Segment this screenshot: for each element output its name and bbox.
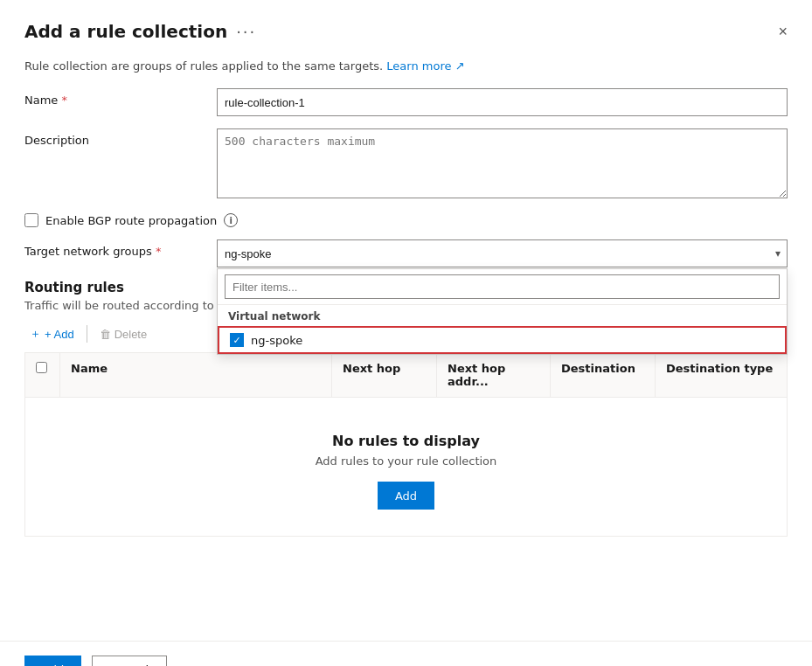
add-icon: ＋ xyxy=(30,326,41,342)
header-destination-type: Destination type xyxy=(656,353,787,397)
filter-input[interactable] xyxy=(225,274,780,299)
description-row: Description xyxy=(24,128,788,201)
bgp-checkbox[interactable] xyxy=(24,213,38,227)
footer-cancel-button[interactable]: Cancel xyxy=(92,656,167,666)
target-dropdown-container: ng-spoke ▾ Virtual network ng-spoke xyxy=(217,239,788,267)
target-label: Target network groups * xyxy=(24,239,217,258)
empty-state: No rules to display Add rules to your ru… xyxy=(25,398,787,536)
empty-title: No rules to display xyxy=(332,433,480,449)
table-body: No rules to display Add rules to your ru… xyxy=(25,398,787,537)
name-input[interactable] xyxy=(217,88,788,116)
delete-icon: 🗑 xyxy=(100,328,111,341)
header-destination: Destination xyxy=(551,353,656,397)
close-button[interactable]: × xyxy=(778,24,788,39)
header-next-hop: Next hop xyxy=(332,353,437,397)
dropdown-section-label: Virtual network xyxy=(218,305,787,326)
table-header: Name Next hop Next hop addr... Destinati… xyxy=(25,353,787,398)
name-field-container xyxy=(217,88,788,116)
bgp-checkbox-row: Enable BGP route propagation i xyxy=(24,213,788,227)
bgp-label[interactable]: Enable BGP route propagation xyxy=(45,214,217,227)
filter-row xyxy=(218,269,787,305)
dialog-title: Add a rule collection xyxy=(24,21,227,42)
external-link-icon: ↗ xyxy=(455,59,465,73)
description-input[interactable] xyxy=(217,128,788,198)
description-label: Description xyxy=(24,128,217,147)
dialog-title-row: Add a rule collection ··· xyxy=(24,21,256,42)
name-row: Name * xyxy=(24,88,788,116)
footer-add-button[interactable]: Add xyxy=(24,656,81,666)
empty-desc: Add rules to your rule collection xyxy=(316,454,497,468)
info-bar: Rule collection are groups of rules appl… xyxy=(24,59,788,73)
bgp-info-icon[interactable]: i xyxy=(224,213,238,227)
target-required-indicator: * xyxy=(156,245,162,258)
ellipsis-menu-button[interactable]: ··· xyxy=(236,23,256,41)
target-network-row: Target network groups * ng-spoke ▾ Virtu… xyxy=(24,239,788,267)
dropdown-panel: Virtual network ng-spoke xyxy=(217,268,788,355)
description-field-container xyxy=(217,128,788,201)
add-rule-collection-dialog: Add a rule collection ··· × Rule collect… xyxy=(0,0,812,666)
add-rule-button[interactable]: ＋ + Add xyxy=(24,323,80,345)
rules-table: Name Next hop Next hop addr... Destinati… xyxy=(24,352,788,537)
dialog-footer: Add Cancel xyxy=(0,641,812,666)
dropdown-item-ng-spoke[interactable]: ng-spoke xyxy=(218,326,787,354)
info-text: Rule collection are groups of rules appl… xyxy=(24,59,383,73)
toolbar-divider xyxy=(87,325,87,343)
learn-more-link[interactable]: Learn more ↗ xyxy=(386,59,464,73)
dialog-header: Add a rule collection ··· × xyxy=(24,21,788,42)
delete-rule-button[interactable]: 🗑 Delete xyxy=(94,324,153,344)
select-all-checkbox[interactable] xyxy=(36,362,47,373)
header-checkbox-cell xyxy=(25,353,60,397)
item-checkbox-ng-spoke xyxy=(230,333,244,347)
target-dropdown[interactable]: ng-spoke xyxy=(217,239,788,267)
header-next-hop-addr: Next hop addr... xyxy=(437,353,551,397)
empty-add-button[interactable]: Add xyxy=(378,482,434,510)
name-label: Name * xyxy=(24,88,217,107)
dropdown-item-label: ng-spoke xyxy=(251,334,302,347)
header-name: Name xyxy=(60,353,332,397)
required-indicator: * xyxy=(62,94,68,107)
